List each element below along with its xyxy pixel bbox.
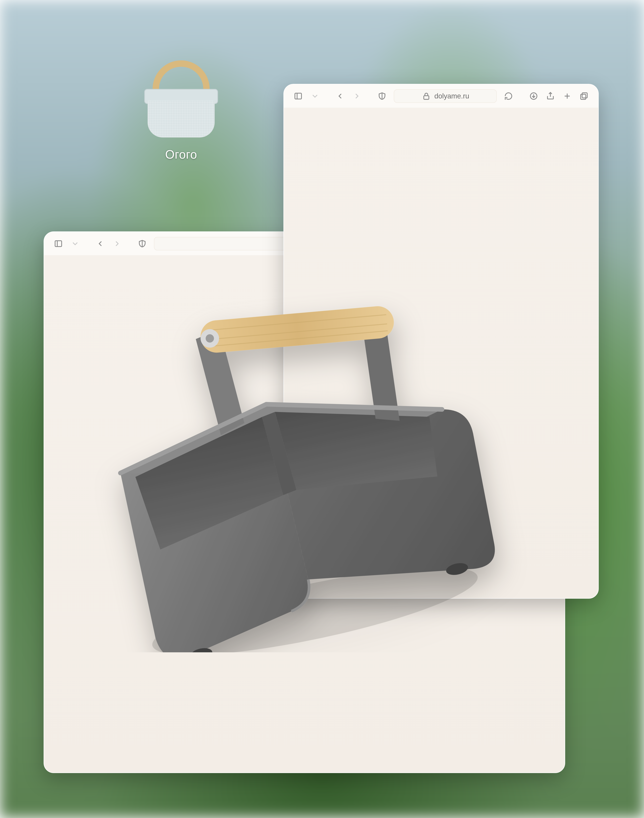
tabs-icon[interactable] — [579, 91, 589, 101]
sidebar-icon[interactable] — [293, 91, 303, 101]
share-icon[interactable] — [545, 91, 555, 101]
reload-icon[interactable] — [503, 91, 514, 101]
address-bar[interactable]: dolyame.ru — [394, 89, 497, 103]
svg-rect-14 — [581, 94, 586, 99]
desktop-icon-image — [138, 55, 225, 142]
url-text: dolyame.ru — [434, 92, 469, 100]
chevron-left-icon[interactable] — [95, 239, 105, 249]
toolbar: dolyame.ru — [284, 84, 598, 108]
chevron-down-icon[interactable] — [310, 91, 320, 101]
plus-icon[interactable] — [562, 91, 572, 101]
svg-rect-13 — [582, 93, 587, 98]
svg-rect-4 — [295, 93, 302, 99]
chevron-down-icon[interactable] — [70, 239, 80, 249]
product-image-caddy — [72, 260, 535, 652]
desktop-icon-ogogo[interactable]: Огого — [134, 55, 228, 161]
svg-rect-7 — [424, 96, 429, 99]
lock-icon — [421, 91, 431, 101]
chevron-left-icon[interactable] — [335, 91, 345, 101]
desktop-icon-label: Огого — [165, 147, 197, 161]
shield-icon[interactable] — [377, 91, 387, 101]
shield-icon[interactable] — [137, 239, 147, 249]
sidebar-icon[interactable] — [53, 239, 63, 249]
chevron-right-icon[interactable] — [352, 91, 362, 101]
basket-illustration — [138, 55, 225, 142]
svg-rect-0 — [55, 240, 62, 247]
download-icon[interactable] — [529, 91, 539, 101]
chevron-right-icon[interactable] — [112, 239, 122, 249]
